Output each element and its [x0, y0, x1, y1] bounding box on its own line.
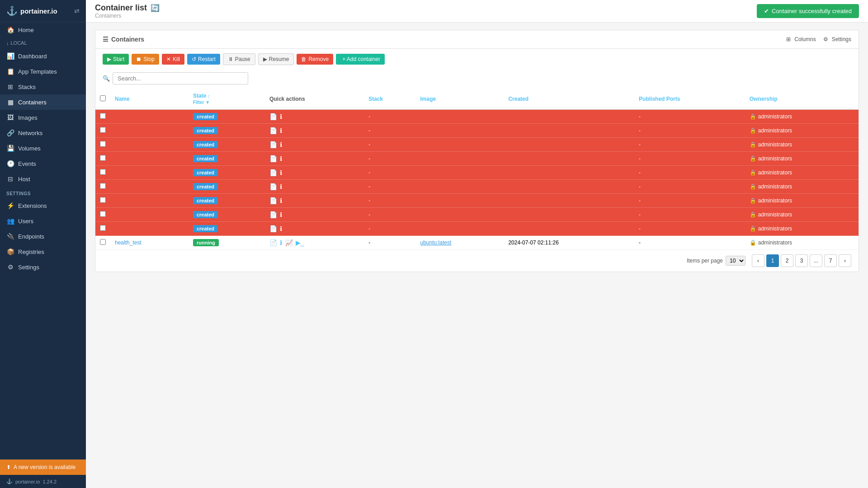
inspect-icon[interactable]: ℹ	[280, 141, 282, 148]
panel-title: ☰ Containers	[103, 36, 144, 43]
inspect-icon[interactable]: ℹ	[280, 211, 282, 218]
inspect-icon[interactable]: ℹ	[280, 225, 282, 232]
row-checkbox[interactable]	[100, 239, 106, 245]
resume-icon: ▶	[263, 56, 267, 62]
inspect-icon[interactable]: ℹ	[280, 169, 282, 176]
prev-page-button[interactable]: ‹	[752, 254, 764, 267]
update-banner[interactable]: ⬆ A new version is available	[0, 460, 86, 475]
restart-button[interactable]: ↺ Restart	[187, 54, 220, 65]
inspect-icon[interactable]: ℹ	[280, 155, 282, 162]
col-ownership[interactable]: Ownership	[745, 89, 859, 109]
resume-button[interactable]: ▶ Resume	[258, 53, 294, 65]
container-name-link[interactable]: health_test	[115, 239, 142, 246]
ownership-icon: 🔒	[750, 141, 756, 148]
state-badge: created	[193, 169, 218, 176]
page-3-button[interactable]: 3	[795, 254, 808, 267]
columns-label[interactable]: Columns	[794, 36, 816, 42]
kill-button[interactable]: ✕ Kill	[162, 54, 184, 65]
remove-button[interactable]: 🗑 Remove	[297, 54, 333, 65]
refresh-icon[interactable]: 🔄	[151, 4, 160, 12]
col-image[interactable]: Image	[416, 89, 504, 109]
row-checkbox[interactable]	[100, 141, 106, 147]
col-name[interactable]: Name	[110, 89, 189, 109]
registries-icon: 📦	[6, 248, 14, 255]
logs-icon[interactable]: 📄	[269, 197, 277, 204]
sidebar-item-endpoints[interactable]: 🔌 Endpoints	[0, 229, 86, 244]
image-link[interactable]: ubuntu:latest	[420, 239, 452, 246]
settings-label[interactable]: Settings	[832, 36, 851, 42]
add-container-button[interactable]: + Add container	[336, 54, 385, 65]
logs-icon[interactable]: 📄	[269, 155, 277, 162]
swap-endpoints-icon[interactable]: ⇄	[74, 7, 80, 14]
logs-icon[interactable]: 📄	[269, 211, 277, 218]
portainer-logo-footer: portainer.io	[15, 479, 40, 484]
row-checkbox[interactable]	[100, 225, 106, 231]
next-page-button[interactable]: ›	[839, 254, 851, 267]
row-checkbox[interactable]	[100, 169, 106, 175]
console-icon[interactable]: ▶_	[296, 239, 304, 246]
col-state[interactable]: State ↕Filter ▼	[189, 89, 265, 109]
select-all-checkbox[interactable]	[100, 95, 106, 101]
items-per-page: Items per page 10 25 50	[687, 256, 745, 266]
logs-icon[interactable]: 📄	[269, 113, 277, 120]
col-stack[interactable]: Stack	[364, 89, 415, 109]
inspect-icon[interactable]: ℹ	[280, 183, 282, 190]
container-ownership-cell: 🔒administrators	[745, 194, 859, 208]
logs-icon[interactable]: 📄	[269, 169, 277, 176]
col-ports[interactable]: Published Ports	[634, 89, 745, 109]
sidebar-item-volumes[interactable]: 💾 Volumes	[0, 141, 86, 156]
page-2-button[interactable]: 2	[781, 254, 793, 267]
state-badge: created	[193, 155, 218, 162]
page-7-button[interactable]: 7	[824, 254, 837, 267]
ownership-icon: 🔒	[750, 197, 756, 204]
row-checkbox[interactable]	[100, 211, 106, 217]
container-name-cell: health_test	[110, 236, 189, 250]
sidebar-item-containers[interactable]: ▦ Containers	[0, 94, 86, 110]
stats-icon[interactable]: 📈	[285, 239, 293, 246]
sidebar-item-home[interactable]: 🏠 Home	[0, 22, 86, 38]
sidebar-item-networks[interactable]: 🔗 Networks	[0, 125, 86, 141]
sidebar-item-host[interactable]: ⊟ Host	[0, 171, 86, 187]
sidebar-item-extensions[interactable]: ⚡ Extensions	[0, 198, 86, 213]
success-toast: ✔ Container successfully created	[757, 4, 859, 18]
container-name-cell	[110, 194, 189, 208]
logs-icon[interactable]: 📄	[269, 183, 277, 190]
row-checkbox[interactable]	[100, 127, 106, 133]
container-image-cell	[416, 194, 504, 208]
col-created[interactable]: Created	[504, 89, 634, 109]
events-icon: 🕐	[6, 160, 14, 167]
sidebar-item-users[interactable]: 👥 Users	[0, 213, 86, 229]
start-button[interactable]: ▶ Start	[103, 54, 129, 65]
table-row: created 📄 ℹ - - 🔒administrators	[95, 124, 859, 138]
ownership-icon: 🔒	[750, 113, 756, 120]
logs-icon[interactable]: 📄	[269, 141, 277, 148]
sidebar-item-dashboard[interactable]: 📊 Dashboard	[0, 48, 86, 64]
pause-button[interactable]: ⏸ Pause	[223, 53, 255, 65]
container-image-cell	[416, 208, 504, 222]
logs-icon[interactable]: 📄	[269, 225, 277, 232]
inspect-icon[interactable]: ℹ	[280, 113, 282, 120]
inspect-icon[interactable]: ℹ	[280, 127, 282, 134]
containers-panel: ☰ Containers ⊞ Columns ⚙ Settings ▶ Star…	[95, 30, 859, 272]
sidebar-item-app-templates[interactable]: 📋 App Templates	[0, 64, 86, 79]
row-checkbox[interactable]	[100, 197, 106, 203]
container-image-cell	[416, 166, 504, 180]
row-checkbox[interactable]	[100, 113, 106, 119]
sidebar-item-events[interactable]: 🕐 Events	[0, 156, 86, 171]
inspect-icon[interactable]: ℹ	[280, 239, 282, 246]
search-input[interactable]	[113, 72, 248, 84]
row-checkbox[interactable]	[100, 155, 106, 161]
logs-icon[interactable]: 📄	[269, 127, 277, 134]
panel-header: ☰ Containers ⊞ Columns ⚙ Settings	[95, 30, 859, 49]
sidebar-item-images[interactable]: 🖼 Images	[0, 110, 86, 125]
sidebar-item-registries[interactable]: 📦 Registries	[0, 244, 86, 259]
logs-icon[interactable]: 📄	[269, 239, 277, 246]
sidebar-item-settings[interactable]: ⚙ Settings	[0, 259, 86, 275]
items-per-page-select[interactable]: 10 25 50	[726, 256, 745, 266]
page-1-button[interactable]: 1	[766, 254, 779, 267]
row-checkbox[interactable]	[100, 183, 106, 189]
ownership-icon: 🔒	[750, 211, 756, 218]
inspect-icon[interactable]: ℹ	[280, 197, 282, 204]
stop-button[interactable]: ⏹ Stop	[132, 54, 159, 65]
sidebar-item-stacks[interactable]: ⊞ Stacks	[0, 79, 86, 94]
